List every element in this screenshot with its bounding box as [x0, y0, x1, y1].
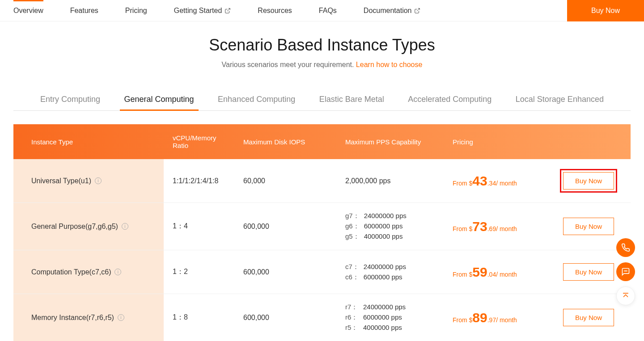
instance-type-name: Universal Type(u1): [31, 177, 91, 185]
nav-overview[interactable]: Overview: [0, 0, 57, 21]
pps-label: r6：: [345, 313, 359, 322]
pps-value: 6000000 pps: [364, 273, 402, 282]
external-link-icon: [414, 8, 420, 14]
header-iops: Maximum Disk IOPS: [234, 124, 336, 159]
price-cell: From $89.97/ month: [453, 309, 517, 326]
pps-list: g7：24000000 ppsg6：6000000 ppsg5：4000000 …: [345, 212, 407, 241]
tab-entry-computing[interactable]: Entry Computing: [36, 95, 105, 110]
page-title: Scenario Based Instance Types: [0, 36, 644, 55]
chat-button[interactable]: [616, 262, 635, 281]
nav-pricing[interactable]: Pricing: [112, 0, 161, 21]
tab-elastic-bare-metal[interactable]: Elastic Bare Metal: [315, 95, 389, 110]
nav-faqs[interactable]: FAQs: [305, 0, 350, 21]
header-instance-type: Instance Type: [13, 124, 164, 159]
pps-label: c6：: [345, 273, 359, 282]
table-row: Universal Type(u1) i 1:1/1:2/1:4/1:8 60,…: [13, 159, 631, 203]
info-icon[interactable]: i: [118, 314, 124, 321]
nav-features[interactable]: Features: [57, 0, 112, 21]
ratio-value: 1：8: [173, 313, 188, 322]
buy-now-button[interactable]: Buy Now: [563, 263, 614, 281]
tab-accelerated-computing[interactable]: Accelerated Computing: [403, 95, 496, 110]
iops-value: 600,000: [243, 314, 269, 322]
table-row: Memory Instance(r7,r6,r5) i 1：8 600,000 …: [13, 294, 631, 341]
table-header: Instance Type vCPU/Memory Ratio Maximum …: [13, 124, 631, 159]
pps-list: c7：24000000 ppsc6：6000000 pps: [345, 263, 406, 282]
buy-now-button[interactable]: Buy Now: [563, 309, 614, 326]
pps-value: 4000000 pps: [364, 232, 403, 241]
buy-now-button[interactable]: Buy Now: [563, 218, 614, 235]
floating-buttons: [616, 238, 635, 305]
scroll-top-button[interactable]: [616, 286, 635, 305]
external-link-icon: [225, 8, 231, 14]
top-nav: Overview Features Pricing Getting Starte…: [0, 0, 644, 21]
nav-resources[interactable]: Resources: [244, 0, 305, 21]
pps-value: 24000000 pps: [363, 303, 406, 312]
chat-icon: [621, 267, 630, 276]
tab-enhanced-computing[interactable]: Enhanced Computing: [213, 95, 300, 110]
pps-label: r5：: [345, 324, 359, 332]
header-pps: Maximum PPS Capability: [336, 124, 444, 159]
chevron-up-icon: [621, 291, 630, 300]
nav-buy-now-button[interactable]: Buy Now: [567, 0, 644, 21]
svg-point-0: [624, 271, 625, 271]
pps-label: g7：: [345, 212, 360, 220]
instance-type-name: Computation Type(c7,c6): [31, 268, 111, 276]
ratio-value: 1:1/1:2/1:4/1:8: [173, 177, 218, 185]
pps-value: 2,000,000 pps: [345, 177, 390, 185]
page-subtitle: Various scenarios meet your requirement.…: [0, 61, 644, 69]
nav-getting-started[interactable]: Getting Started: [161, 0, 245, 21]
category-tabs: Entry Computing General Computing Enhanc…: [13, 95, 631, 111]
phone-button[interactable]: [616, 238, 635, 257]
pps-value: 24000000 pps: [364, 263, 406, 271]
nav-documentation[interactable]: Documentation: [350, 0, 434, 21]
header-pricing: Pricing: [444, 124, 547, 159]
info-icon[interactable]: i: [95, 177, 102, 184]
pps-label: g6：: [345, 222, 360, 231]
phone-icon: [621, 243, 630, 252]
ratio-value: 1：4: [173, 222, 188, 231]
pps-label: c7：: [345, 263, 359, 271]
iops-value: 600,000: [243, 223, 269, 231]
pps-value: 6000000 pps: [363, 313, 402, 322]
pps-list: r7：24000000 ppsr6：6000000 ppsr5：4000000 …: [345, 303, 406, 332]
buy-now-button[interactable]: Buy Now: [563, 172, 614, 189]
info-icon[interactable]: i: [114, 269, 121, 275]
iops-value: 60,000: [243, 177, 265, 185]
table-row: Computation Type(c7,c6) i 1：2 600,000 c7…: [13, 250, 631, 294]
instance-type-name: Memory Instance(r7,r6,r5): [31, 314, 114, 322]
pps-value: 24000000 pps: [364, 212, 407, 220]
instance-type-name: General Purpose(g7,g6,g5): [31, 223, 118, 231]
pps-label: g5：: [345, 232, 360, 241]
price-cell: From $73.69/ month: [453, 218, 517, 235]
pps-label: r7：: [345, 303, 359, 312]
svg-point-1: [626, 271, 626, 271]
svg-point-2: [627, 271, 627, 271]
info-icon[interactable]: i: [122, 223, 128, 230]
learn-how-link[interactable]: Learn how to choose: [356, 61, 423, 68]
ratio-value: 1：2: [173, 267, 188, 277]
tab-local-storage-enhanced[interactable]: Local Storage Enhanced: [511, 95, 608, 110]
price-cell: From $43.34/ month: [453, 172, 517, 189]
price-cell: From $59.04/ month: [453, 263, 517, 281]
pps-value: 4000000 pps: [363, 324, 402, 332]
table-row: General Purpose(g7,g6,g5) i 1：4 600,000 …: [13, 203, 631, 250]
tab-general-computing[interactable]: General Computing: [120, 95, 199, 110]
header-ratio: vCPU/Memory Ratio: [164, 124, 234, 159]
pps-value: 6000000 pps: [364, 222, 403, 231]
iops-value: 600,000: [243, 268, 269, 276]
instance-table: Instance Type vCPU/Memory Ratio Maximum …: [13, 124, 631, 341]
